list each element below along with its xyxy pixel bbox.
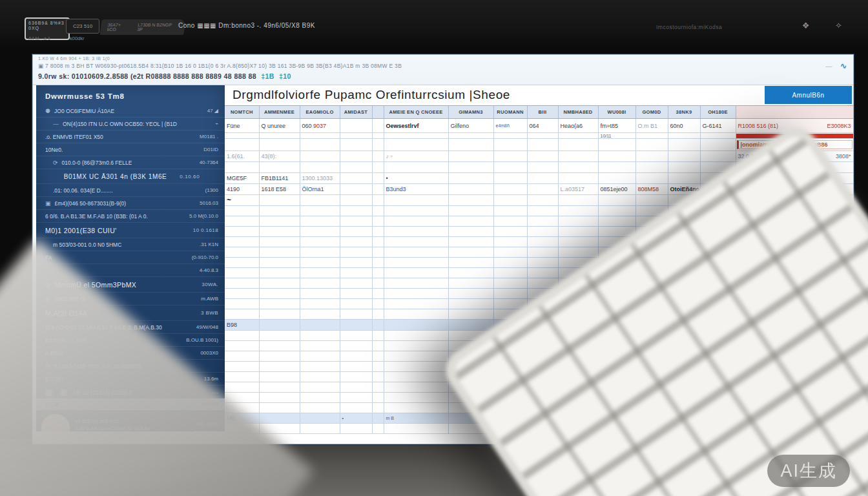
table-cell[interactable] bbox=[259, 268, 300, 278]
table-cell[interactable] bbox=[636, 195, 668, 206]
sidebar-item[interactable]: B01MX UC Ā301 4n (B3K 1M6E0.10.60 bbox=[36, 169, 225, 184]
table-cell[interactable] bbox=[340, 133, 372, 139]
table-cell[interactable] bbox=[372, 382, 384, 393]
table-cell[interactable] bbox=[372, 424, 384, 434]
table-cell[interactable]: Heao(a6 bbox=[558, 119, 598, 133]
table-cell[interactable] bbox=[372, 119, 384, 133]
table-cell[interactable] bbox=[225, 351, 259, 362]
table-cell[interactable] bbox=[225, 247, 259, 258]
table-cell[interactable] bbox=[225, 309, 259, 320]
table-cell[interactable] bbox=[448, 278, 493, 289]
table-cell[interactable] bbox=[259, 216, 300, 227]
table-cell[interactable]: ♪ ▫ bbox=[384, 151, 448, 162]
table-cell[interactable] bbox=[259, 206, 300, 216]
table-cell[interactable] bbox=[340, 351, 372, 362]
taskbar-tray-icons[interactable]: ❖ ✧ bbox=[802, 21, 854, 30]
table-cell[interactable] bbox=[372, 216, 384, 227]
table-cell[interactable] bbox=[384, 341, 448, 351]
table-cell[interactable] bbox=[448, 184, 493, 195]
table-cell[interactable]: 064 bbox=[527, 119, 558, 133]
table-cell[interactable] bbox=[259, 133, 300, 139]
table-cell[interactable] bbox=[384, 299, 448, 309]
table-cell[interactable] bbox=[384, 162, 448, 173]
table-cell[interactable] bbox=[493, 247, 527, 258]
table-cell[interactable] bbox=[558, 216, 598, 227]
table-cell[interactable] bbox=[300, 413, 340, 424]
table-cell[interactable]: FB1B1141 bbox=[259, 173, 300, 184]
table-cell[interactable] bbox=[598, 216, 636, 227]
table-cell[interactable] bbox=[448, 151, 493, 162]
table-cell[interactable] bbox=[372, 278, 384, 289]
table-cell[interactable] bbox=[384, 320, 448, 331]
table-cell[interactable] bbox=[340, 151, 372, 162]
table-cell[interactable] bbox=[340, 278, 372, 289]
table-cell[interactable] bbox=[259, 237, 300, 247]
table-cell[interactable] bbox=[372, 184, 384, 195]
table-cell[interactable] bbox=[527, 151, 558, 162]
table-cell[interactable] bbox=[372, 393, 384, 403]
table-cell[interactable] bbox=[300, 227, 340, 237]
table-cell[interactable] bbox=[493, 289, 527, 299]
table-cell[interactable] bbox=[340, 258, 372, 268]
table-cell[interactable] bbox=[636, 139, 668, 151]
table-cell[interactable] bbox=[372, 372, 384, 382]
sidebar-item[interactable]: m 503/03-001 0.0 N0 5HMC.31 K1N bbox=[36, 238, 225, 251]
table-cell[interactable] bbox=[448, 227, 493, 237]
table-cell[interactable] bbox=[527, 195, 558, 206]
table-cell[interactable] bbox=[558, 206, 598, 216]
table-cell[interactable] bbox=[636, 151, 668, 162]
table-cell[interactable] bbox=[340, 237, 372, 247]
table-cell[interactable] bbox=[493, 227, 527, 237]
table-cell[interactable]: 1618 E58 bbox=[259, 184, 300, 195]
table-cell[interactable]: fm»t85 bbox=[598, 119, 636, 133]
address-bar[interactable]: ▣ 7 8008 m 3 BH BT W06930-pt0618.5B4 8:3… bbox=[38, 63, 800, 69]
table-cell[interactable] bbox=[448, 173, 493, 184]
table-cell[interactable] bbox=[300, 351, 340, 362]
table-cell[interactable] bbox=[340, 424, 372, 434]
table-cell[interactable] bbox=[598, 195, 636, 206]
table-cell[interactable] bbox=[636, 162, 668, 173]
table-cell[interactable] bbox=[300, 309, 340, 320]
table-cell[interactable] bbox=[448, 268, 493, 278]
table-cell[interactable]: O.m B1 bbox=[636, 119, 668, 133]
table-cell[interactable] bbox=[340, 247, 372, 258]
table-cell[interactable] bbox=[558, 237, 598, 247]
table-cell[interactable] bbox=[225, 382, 259, 393]
table-cell[interactable] bbox=[300, 206, 340, 216]
table-cell[interactable] bbox=[259, 139, 300, 151]
close-icon[interactable]: ∿ bbox=[840, 61, 847, 70]
sidebar-item[interactable]: 6 0/6. B.A B1.3E M.F.AB 10 (B3B: (01 A 0… bbox=[36, 210, 225, 223]
table-cell[interactable] bbox=[384, 206, 448, 216]
table-cell[interactable] bbox=[493, 139, 527, 151]
table-cell[interactable] bbox=[372, 151, 384, 162]
table-cell[interactable] bbox=[259, 320, 300, 331]
table-cell[interactable] bbox=[493, 278, 527, 289]
table-cell[interactable] bbox=[448, 258, 493, 268]
table-cell[interactable] bbox=[448, 320, 493, 331]
table-cell[interactable] bbox=[668, 151, 700, 162]
table-cell[interactable]: Oewsestlrvf bbox=[384, 119, 448, 133]
table-cell[interactable] bbox=[259, 403, 300, 413]
table-cell[interactable] bbox=[340, 184, 372, 195]
table-cell[interactable]: 0851eje00 bbox=[598, 184, 636, 195]
table-cell[interactable] bbox=[668, 162, 700, 173]
table-cell[interactable] bbox=[558, 139, 598, 151]
table-cell[interactable] bbox=[527, 216, 558, 227]
table-cell[interactable] bbox=[448, 206, 493, 216]
table-cell[interactable] bbox=[527, 206, 558, 216]
table-cell[interactable] bbox=[384, 227, 448, 237]
table-cell[interactable] bbox=[259, 289, 300, 299]
table-cell[interactable] bbox=[259, 278, 300, 289]
table-cell[interactable] bbox=[372, 258, 384, 268]
table-cell[interactable] bbox=[384, 278, 448, 289]
table-cell[interactable] bbox=[372, 299, 384, 309]
table-cell[interactable] bbox=[340, 162, 372, 173]
table-cell[interactable] bbox=[372, 206, 384, 216]
table-cell[interactable]: 1300.13033 bbox=[300, 173, 340, 184]
table-cell[interactable] bbox=[493, 206, 527, 216]
window-controls[interactable]: — ∿ bbox=[825, 61, 847, 70]
table-cell[interactable] bbox=[225, 278, 259, 289]
table-cell[interactable] bbox=[493, 151, 527, 162]
table-cell[interactable] bbox=[259, 362, 300, 372]
table-cell[interactable] bbox=[225, 299, 259, 309]
